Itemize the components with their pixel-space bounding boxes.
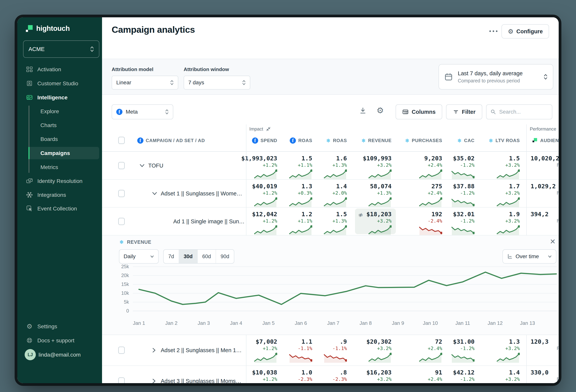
range-option-60d[interactable]: 60d: [197, 250, 216, 263]
column-header-roas[interactable]: ❄ROAS: [295, 134, 347, 147]
column-header-campaign[interactable]: f CAMPAIGN / AD SET / AD: [137, 134, 205, 147]
table-row[interactable]: TOFU$1,993,023+1.2%1.5+1.1%1.6+1.3%$109,…: [102, 152, 559, 180]
chart-axis-icon: [507, 254, 513, 259]
date-range-title: Last 7 days, daily average: [458, 70, 523, 77]
column-header-audience[interactable]: AUDIENCE: [532, 134, 559, 147]
range-option-30d[interactable]: 30d: [179, 250, 197, 263]
audience-cell: 10,020,2F: [531, 152, 559, 168]
chevron-down-icon[interactable]: [152, 192, 157, 195]
sidebar-item-activation[interactable]: Activation: [17, 63, 102, 75]
audience-value: 1,029,2: [531, 183, 559, 190]
sidebar-item-label: Docs + support: [37, 337, 74, 344]
metric-value: 1.5: [509, 155, 520, 162]
attribution-model-value: Linear: [116, 80, 131, 86]
table-row[interactable]: ≉Ad 1 || Single image || Sun…$12,042+1.2…: [102, 208, 559, 236]
source-value: Meta: [126, 109, 138, 115]
y-axis-tick: 0: [113, 308, 129, 314]
sidebar-item-boards[interactable]: Boards: [17, 133, 102, 145]
revenue-line-chart: [133, 264, 557, 316]
range-option-7d[interactable]: 7d: [164, 250, 179, 263]
sparkline: [451, 225, 475, 235]
row-checkbox[interactable]: [118, 347, 125, 354]
audience-sub: F: [531, 376, 559, 382]
metric-value: 1.4: [336, 183, 347, 190]
sidebar-item-docs-support[interactable]: Docs + support: [17, 334, 102, 347]
chevron-right-icon[interactable]: [152, 379, 156, 383]
metric-value: 1.5: [336, 211, 347, 217]
sidebar-item-identity-resolution[interactable]: Identity Resolution: [17, 175, 102, 187]
audience-sub: F: [531, 218, 559, 224]
sidebar-item-metrics[interactable]: Metrics: [17, 161, 102, 173]
sidebar-item-charts[interactable]: Charts: [17, 119, 102, 131]
sidebar-item-settings[interactable]: ⚙ Settings: [17, 320, 102, 332]
column-header-revenue[interactable]: ❄REVENUE: [340, 134, 392, 147]
hightouch-mark-icon: [532, 138, 538, 144]
sidebar-item-label: Identity Resolution: [37, 178, 82, 184]
close-icon[interactable]: ✕: [549, 237, 557, 246]
metric-delta: -1.2%: [460, 162, 475, 168]
more-menu-button[interactable]: [486, 27, 501, 36]
source-select[interactable]: fMeta: [112, 104, 173, 119]
configure-button[interactable]: ⚙ Configure: [501, 24, 549, 38]
sidebar-user[interactable]: LJ linda@email.com: [17, 348, 102, 362]
metric-value: $35.02: [453, 155, 475, 162]
snowflake-icon: ❄: [457, 138, 462, 143]
metric-cell: $16,203+3.2%: [347, 366, 392, 383]
table-row[interactable]: Adset 1 || Sunglasses || Wome…$40,019+1.…: [102, 180, 559, 208]
calendar-icon: [444, 73, 453, 81]
configure-label: Configure: [516, 28, 543, 35]
row-name: Adset 1 || Sunglasses || Wome…: [161, 190, 242, 197]
row-checkbox[interactable]: [118, 162, 125, 169]
metric-value: 1.3: [509, 338, 520, 345]
row-checkbox[interactable]: [118, 218, 125, 225]
chevron-down-icon[interactable]: [140, 164, 144, 168]
ellipsis-icon: [493, 30, 494, 32]
range-option-90d[interactable]: 90d: [216, 250, 234, 263]
audience-cell: 394,2F: [531, 208, 559, 224]
sidebar-item-customer-studio[interactable]: Customer Studio: [17, 77, 102, 90]
main-content: Campaign analytics ⚙ Configure Attributi…: [102, 17, 559, 383]
column-header-ltv-roas[interactable]: ❄LTV ROAS: [468, 134, 520, 147]
metric-value: $37.88: [453, 183, 475, 190]
attribution-model-select[interactable]: Linear: [112, 76, 178, 90]
download-button[interactable]: [358, 107, 368, 114]
chevron-right-icon[interactable]: [152, 348, 156, 353]
table-gear-button[interactable]: ⚙: [375, 106, 385, 115]
table-row[interactable]: Adset 3 || Sunglasses || Moms…$10,038+1.…: [102, 366, 559, 383]
audience-value: 10,020,2: [531, 155, 559, 162]
collapse-icon[interactable]: [266, 126, 271, 131]
y-axis-tick: 25k: [113, 264, 129, 269]
column-divider: [526, 124, 527, 236]
sparkline: [451, 353, 475, 363]
view-select[interactable]: Over time: [502, 249, 556, 264]
metric-cell: 1.6+1.3%: [303, 152, 347, 179]
sidebar-item-event-collection[interactable]: Event Collection: [17, 202, 102, 215]
column-header-cac[interactable]: ❄CAC: [423, 134, 475, 147]
sidebar-item-explore[interactable]: Explore: [17, 105, 102, 118]
attribution-band: Attribution model Attribution window Lin…: [102, 59, 559, 95]
select-all-checkbox[interactable]: [118, 137, 125, 144]
metric-delta: +1.3%: [377, 190, 392, 196]
columns-label: Columns: [412, 109, 435, 115]
granularity-select[interactable]: Daily: [119, 249, 159, 264]
sidebar-item-label: Integrations: [37, 192, 66, 198]
metric-value: .9: [340, 338, 347, 345]
workspace-selector[interactable]: ACME: [23, 40, 99, 58]
metric-delta: +3.2%: [505, 190, 520, 196]
search-input[interactable]: [499, 109, 544, 115]
sparkline: [369, 197, 392, 207]
date-range-selector[interactable]: Last 7 days, daily average Compared to p…: [438, 64, 553, 90]
table-row[interactable]: Adset 2 || Sunglasses || Men 1…$7,002+1.…: [102, 335, 559, 366]
columns-button[interactable]: Columns: [396, 104, 442, 119]
select-chevrons-icon: [170, 80, 174, 86]
row-checkbox[interactable]: [118, 377, 125, 383]
attribution-window-select[interactable]: 7 days: [184, 76, 250, 90]
row-checkbox[interactable]: [118, 190, 125, 197]
sidebar-item-integrations[interactable]: Integrations: [17, 189, 102, 201]
filter-button[interactable]: Filter: [446, 104, 482, 119]
sidebar-item-campaigns[interactable]: Campaigns: [17, 147, 102, 159]
metric-value: $32.01: [453, 211, 475, 217]
x-axis-tick: Jan 10: [417, 320, 444, 326]
sidebar-item-intelligence[interactable]: Intelligence: [17, 91, 102, 104]
sparkline: [324, 169, 347, 179]
